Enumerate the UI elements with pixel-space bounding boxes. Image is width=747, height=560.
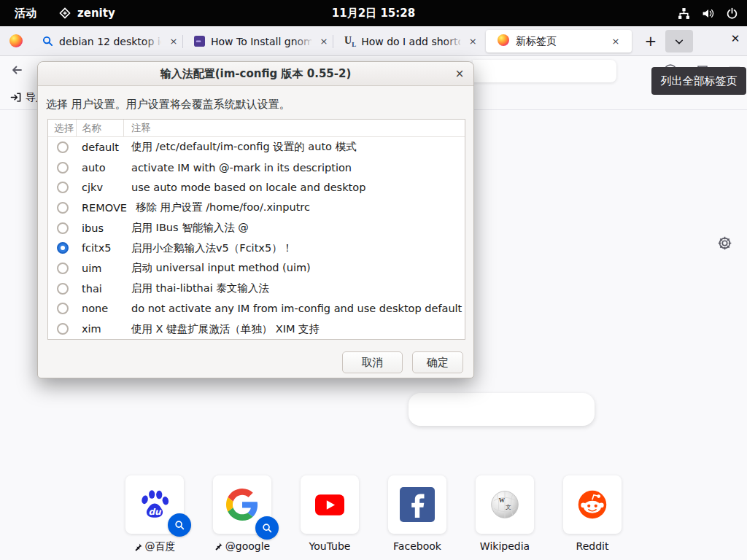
table-row[interactable]: REMOVE 移除 用户设置 /home/foo/.xinputrc (48, 198, 465, 218)
table-row[interactable]: xim 使用 X 键盘扩展激活（单独） XIM 支持 (48, 319, 465, 339)
radio-button[interactable] (57, 242, 69, 254)
im-config-dialog: 输入法配置(im-config 版本 0.55-2) × 选择 用户设置。用户设… (37, 61, 474, 378)
radio-button[interactable] (57, 283, 69, 295)
radio-button[interactable] (57, 222, 69, 234)
row-comment: use auto mode based on locale and deskto… (131, 182, 365, 193)
radio-button[interactable] (57, 262, 69, 274)
table-body: default 使用 /etc/default/im-config 设置的 au… (48, 137, 465, 339)
shortcut-baidu[interactable]: du (125, 475, 184, 534)
list-all-tabs-tooltip: 列出全部标签页 (651, 67, 746, 95)
svg-text:W: W (499, 497, 506, 504)
personalize-gear-icon[interactable] (717, 236, 732, 251)
shortcut-facebook[interactable] (388, 475, 446, 534)
shortcut-youtube[interactable] (301, 475, 359, 534)
ok-button[interactable]: 确定 (412, 351, 463, 373)
shortcut-label-wikipedia: Wikipedia (454, 540, 556, 552)
back-arrow-icon[interactable] (10, 63, 23, 77)
shortcut-google[interactable] (213, 475, 271, 534)
tab-title-fade (143, 30, 163, 52)
row-comment: 使用 /etc/default/im-config 设置的 auto 模式 (131, 140, 357, 154)
svg-text:文: 文 (506, 504, 511, 510)
dialog-title-bar[interactable]: 输入法配置(im-config 版本 0.55-2) × (38, 62, 473, 86)
shortcut-label-reddit: Reddit (541, 540, 643, 552)
table-row[interactable]: thai 启用 thai-libthai 泰文输入法 (48, 279, 465, 299)
list-all-tabs-button[interactable] (665, 30, 693, 52)
tab-debian-search[interactable]: debian 12 desktop icons × (32, 30, 181, 52)
table-row[interactable]: auto activate IM with @-mark in its desc… (48, 158, 465, 178)
tab-title-fade (293, 30, 314, 52)
reddit-icon (576, 489, 608, 521)
column-header-name[interactable]: 名称 (77, 120, 124, 136)
firefox-tab-bar: debian 12 desktop icons × How To Install… (0, 26, 747, 56)
row-name: fcitx5 (82, 242, 123, 254)
table-row[interactable]: default 使用 /etc/default/im-config 设置的 au… (48, 137, 465, 158)
row-name: ibus (82, 222, 123, 234)
cancel-button[interactable]: 取消 (342, 351, 403, 373)
table-row[interactable]: cjkv use auto mode based on locale and d… (48, 177, 465, 198)
facebook-icon (400, 487, 435, 522)
tab-title: 新标签页 (516, 35, 603, 48)
column-header-select[interactable]: 选择 (48, 120, 77, 136)
tab-new-tab-active[interactable]: 新标签页 × (486, 30, 632, 52)
search-icon (42, 36, 53, 47)
row-comment: 移除 用户设置 /home/foo/.xinputrc (136, 201, 310, 214)
network-icon (678, 7, 690, 20)
radio-button[interactable] (57, 323, 69, 335)
web-search-input[interactable] (409, 393, 595, 426)
table-row[interactable]: ibus 启用 IBus 智能输入法 @ (48, 218, 465, 238)
table-row[interactable]: uim 启动 universal input method (uim) (48, 258, 465, 279)
youtube-icon (315, 494, 344, 516)
gnome-top-bar: 活动 zenity 11月2日 15:28 (0, 0, 747, 26)
tab-close-icon[interactable]: × (317, 36, 330, 47)
firefox-favicon (498, 34, 509, 48)
wikipedia-icon: W文 (489, 489, 521, 521)
shortcut-label-baidu: @百度 (104, 540, 206, 553)
shortcut-reddit[interactable] (563, 475, 622, 534)
row-comment: activate IM with @-mark in its descripti… (131, 162, 352, 174)
window-close-icon[interactable]: ✕ (727, 32, 744, 45)
shortcut-label-google: @google (191, 540, 293, 552)
radio-button[interactable] (57, 162, 69, 174)
new-tab-button[interactable]: + (641, 32, 660, 50)
shortcut-label-text: YouTube (309, 540, 351, 552)
dialog-title: 输入法配置(im-config 版本 0.55-2) (38, 62, 473, 86)
tab-how-to-install[interactable]: How To Install gnome- × (185, 30, 331, 52)
table-row[interactable]: none do not activate any IM from im-conf… (48, 299, 465, 319)
table-row[interactable]: fcitx5 启用小企鹅输入法v5（Fcitx5）！ (48, 238, 465, 258)
row-comment: 启用 IBus 智能输入法 @ (131, 221, 249, 235)
tab-add-shortcuts[interactable]: UL How do I add shortcuts × (336, 30, 481, 52)
clock[interactable]: 11月2日 15:28 (0, 0, 747, 26)
shortcut-label-facebook: Facebook (366, 540, 468, 552)
tab-close-icon[interactable]: × (609, 36, 622, 47)
radio-button[interactable] (57, 141, 69, 153)
im-options-table: 选择 名称 注释 default 使用 /etc/default/im-conf… (47, 119, 465, 340)
tab-close-icon[interactable]: × (167, 36, 180, 47)
shortcut-label-text: Facebook (393, 540, 441, 552)
search-engine-badge-icon (168, 513, 191, 537)
radio-button[interactable] (57, 202, 69, 214)
dialog-close-icon[interactable]: × (453, 62, 466, 86)
volume-icon (702, 7, 714, 20)
tab-separator (182, 35, 183, 48)
row-name: cjkv (82, 182, 123, 193)
power-icon (726, 7, 738, 20)
column-header-comment[interactable]: 注释 (124, 120, 465, 136)
row-comment: 启动 universal input method (uim) (131, 261, 311, 275)
radio-button[interactable] (57, 182, 69, 193)
row-name: default (82, 141, 123, 153)
radio-button[interactable] (57, 303, 69, 314)
row-name: REMOVE (82, 202, 127, 214)
shortcut-wikipedia[interactable]: W文 (476, 475, 534, 534)
row-comment: 使用 X 键盘扩展激活（单独） XIM 支持 (131, 322, 320, 336)
address-bar[interactable] (473, 60, 616, 82)
pin-icon (214, 542, 222, 551)
row-comment: do not activate any IM from im-config an… (131, 303, 462, 314)
tab-close-icon[interactable]: × (466, 36, 479, 47)
firefox-logo-icon[interactable] (9, 34, 23, 50)
system-status-area[interactable] (678, 0, 738, 26)
row-name: uim (82, 262, 123, 274)
shortcut-label-text: @百度 (145, 540, 176, 553)
pin-icon (134, 543, 142, 551)
table-header: 选择 名称 注释 (48, 120, 465, 137)
shortcut-label-text: Reddit (576, 540, 609, 552)
